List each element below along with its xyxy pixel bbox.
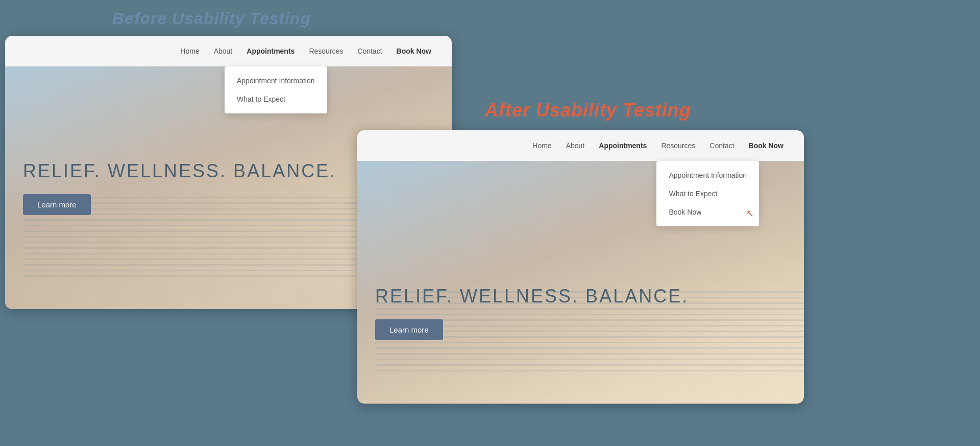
before-nav-contact[interactable]: Contact (357, 47, 382, 55)
after-nav-home[interactable]: Home (532, 142, 551, 150)
before-nav-resources[interactable]: Resources (309, 47, 343, 55)
before-nav-about[interactable]: About (214, 47, 233, 55)
after-nav-appointments[interactable]: Appointments (599, 142, 647, 150)
after-nav-contact[interactable]: Contact (709, 142, 734, 150)
after-nav-about[interactable]: About (566, 142, 585, 150)
before-nav-appointments[interactable]: Appointments (247, 47, 295, 55)
before-learn-more-button[interactable]: Learn more (23, 194, 91, 215)
after-learn-more-button[interactable]: Learn more (375, 319, 443, 340)
before-hero-headline: RELIEF. WELLNESS. BALANCE. (23, 160, 434, 182)
before-nav-home[interactable]: Home (180, 47, 199, 55)
before-nav: Home About Appointments Resources Contac… (5, 36, 452, 66)
after-dropdown-item1[interactable]: Appointment Information (656, 166, 759, 184)
after-dropdown: Appointment Information What to Expect B… (656, 161, 759, 226)
after-nav: Home About Appointments Resources Contac… (357, 130, 804, 161)
after-dropdown-item2[interactable]: What to Expect (656, 184, 759, 203)
after-nav-resources[interactable]: Resources (661, 142, 695, 150)
after-hero-headline: RELIEF. WELLNESS. BALANCE. (375, 286, 786, 307)
before-nav-book-now[interactable]: Book Now (397, 47, 431, 55)
after-nav-book-now[interactable]: Book Now (749, 142, 783, 150)
before-label: Before Usability Testing (112, 9, 311, 28)
before-dropdown: Appointment Information What to Expect (225, 66, 327, 113)
after-dropdown-item3[interactable]: Book Now ↖ (656, 203, 759, 221)
after-label: After Usability Testing (485, 100, 691, 121)
after-water-decoration (375, 291, 804, 404)
cursor-icon: ↖ (746, 208, 754, 219)
before-dropdown-item2[interactable]: What to Expect (225, 90, 327, 108)
before-dropdown-item1[interactable]: Appointment Information (225, 72, 327, 90)
